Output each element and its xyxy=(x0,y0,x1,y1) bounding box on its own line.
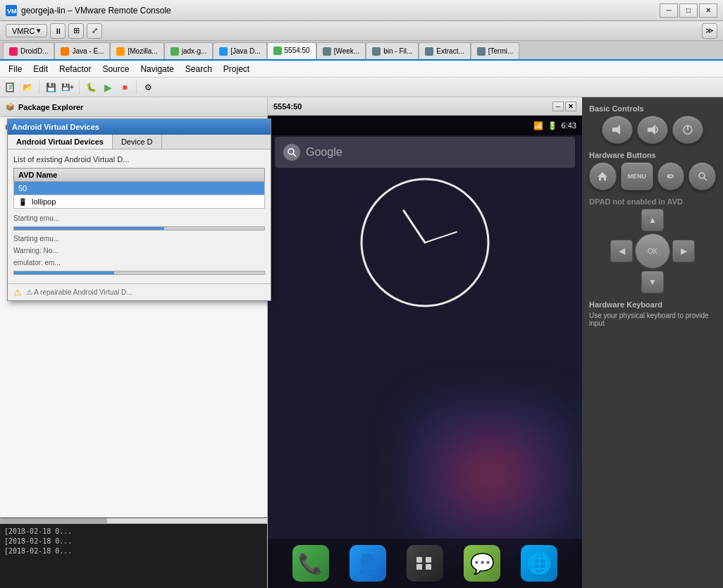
new-button[interactable] xyxy=(3,80,18,95)
battery-icon: 🔋 xyxy=(548,121,557,130)
save-all-button[interactable]: 💾+ xyxy=(60,80,75,95)
scrollbar-horizontal[interactable] xyxy=(0,518,267,524)
clock-area xyxy=(354,172,495,315)
emulator-close-btn[interactable]: ✕ xyxy=(565,102,576,111)
menu-refactor[interactable]: Refactor xyxy=(54,63,97,75)
phone-icon: 📞 xyxy=(298,552,323,575)
avd-status-1: Starting emu... xyxy=(13,214,265,222)
menu-search[interactable]: Search xyxy=(180,63,218,75)
search-hw-button[interactable] xyxy=(688,162,716,190)
dock-browser[interactable]: 🌐 xyxy=(521,545,557,582)
vmrc-icon-btn2[interactable]: ⤢ xyxy=(87,23,102,39)
save-button[interactable]: 💾 xyxy=(43,80,58,95)
vol-down-button[interactable] xyxy=(602,116,633,144)
avd-row-50[interactable]: 50 xyxy=(14,182,265,195)
apps-icon xyxy=(416,557,433,570)
svg-marker-15 xyxy=(598,172,607,180)
tab-droid[interactable]: DroidD... xyxy=(3,42,54,59)
tab-bin[interactable]: bin - Fil... xyxy=(366,42,419,59)
panel-title: Package Explorer xyxy=(18,103,83,111)
power-button[interactable] xyxy=(672,116,703,144)
avd-table: AVD Name 50 📱 lollipop xyxy=(13,168,265,209)
google-search-icon xyxy=(283,144,300,161)
browser-icon: 🌐 xyxy=(527,552,552,575)
tab-jadx[interactable]: jadx-g... xyxy=(164,42,214,59)
dock-phone[interactable]: 📞 xyxy=(292,545,329,582)
settings-button[interactable]: ⚙ xyxy=(140,80,156,95)
avd-dialog: Android Virtual Devices Android Virtual … xyxy=(7,118,271,301)
avd-title-bar: Android Virtual Devices xyxy=(8,119,271,135)
avd-tab-device-d[interactable]: Device D xyxy=(113,135,162,149)
app-icon: VM xyxy=(6,5,17,16)
dpad-right-button[interactable]: ▶ xyxy=(672,240,695,262)
phone-screen: 📶 🔋 6:43 Google xyxy=(268,116,582,588)
tab-week[interactable]: [Week... xyxy=(316,42,366,59)
menu-project[interactable]: Project xyxy=(218,63,255,75)
home-button[interactable] xyxy=(589,162,617,190)
avd-content: List of existing Android Virtual D... AV… xyxy=(8,149,271,283)
toolbar-separator-1 xyxy=(39,80,39,94)
tab-javad[interactable]: [Java D... xyxy=(213,42,266,59)
background-orb xyxy=(413,405,568,546)
minimize-button[interactable]: ─ xyxy=(660,4,678,18)
vmrc-icon-btn1[interactable]: ⊞ xyxy=(68,23,84,39)
basic-controls-section: Basic Controls xyxy=(589,104,716,144)
stop-button[interactable]: ■ xyxy=(117,80,132,95)
vmrc-toolbar: VMRC ▾ ⏸ ⊞ ⤢ ≫ xyxy=(0,21,723,41)
window-title: georgeja-lin – VMware Remote Console xyxy=(21,6,660,16)
chat-icon: 💬 xyxy=(470,552,495,575)
progress-bar-2 xyxy=(13,271,265,275)
dock-contacts[interactable]: 👤 xyxy=(350,545,386,582)
menu-file[interactable]: File xyxy=(3,63,27,75)
vmrc-menu-button[interactable]: VMRC ▾ xyxy=(6,24,47,37)
debug-button[interactable]: 🐛 xyxy=(83,80,99,95)
emulator-minimize-btn[interactable]: ─ xyxy=(552,102,564,111)
tab-java-e[interactable]: Java - E... xyxy=(54,42,110,59)
avd-footer-text: ⚠ A repairable Android Virtual D... xyxy=(26,288,132,296)
tab-termi[interactable]: [Termi... xyxy=(471,42,520,59)
svg-line-17 xyxy=(704,178,707,180)
dpad-up-button[interactable]: ▲ xyxy=(641,209,664,231)
menu-button[interactable]: MENU xyxy=(621,162,653,190)
svg-line-10 xyxy=(425,232,457,243)
back-button[interactable] xyxy=(657,162,685,190)
svg-point-16 xyxy=(699,173,705,178)
left-panel: 📦 Package Explorer ▶ 📁 Lesson1_Lab2 Andr… xyxy=(0,97,268,588)
avd-footer: ⚠ ⚠ A repairable Android Virtual D... xyxy=(8,283,271,300)
hardware-buttons-title: Hardware Buttons xyxy=(589,151,716,159)
dock-chat[interactable]: 💬 xyxy=(464,545,500,582)
dpad-left-button[interactable]: ◀ xyxy=(610,240,633,262)
android-status-bar: 📶 🔋 6:43 xyxy=(268,116,582,135)
vmrc-end-button[interactable]: ≫ xyxy=(702,23,717,39)
vol-up-button[interactable] xyxy=(637,116,668,144)
avd-tab-virtual-devices[interactable]: Android Virtual Devices xyxy=(8,135,113,149)
tab-mozilla[interactable]: [Mozilla... xyxy=(110,42,163,59)
eclipse-toolbar: 📂 💾 💾+ 🐛 ▶ ■ ⚙ xyxy=(0,78,723,97)
menu-navigate[interactable]: Navigate xyxy=(135,63,179,75)
tab-extract[interactable]: Extract... xyxy=(419,42,470,59)
log-content: [2018-02-18 0... [2018-02-18 0... [2018-… xyxy=(0,524,267,559)
controls-panel: Basic Controls xyxy=(582,97,723,588)
avd-row-lollipop[interactable]: 📱 lollipop xyxy=(14,195,265,209)
android-time: 6:43 xyxy=(562,121,576,130)
android-dock: 📞 👤 💬 🌐 xyxy=(268,539,582,588)
menu-edit[interactable]: Edit xyxy=(27,63,54,75)
log-line-1: [2018-02-18 0... xyxy=(4,527,263,537)
log-line-3: [2018-02-18 0... xyxy=(4,546,263,556)
google-search-bar[interactable]: Google xyxy=(275,137,575,168)
dpad-center-button[interactable]: OK xyxy=(635,233,670,269)
pause-button[interactable]: ⏸ xyxy=(50,23,66,39)
progress-fill-2 xyxy=(14,271,114,274)
open-button[interactable]: 📂 xyxy=(20,80,35,95)
run-button[interactable]: ▶ xyxy=(100,80,116,95)
main-area: 📦 Package Explorer ▶ 📁 Lesson1_Lab2 Andr… xyxy=(0,97,723,588)
tab-5554[interactable]: 5554:50 xyxy=(267,42,316,59)
emulator-title-text: 5554:50 xyxy=(273,102,302,111)
hardware-buttons-section: Hardware Buttons MENU xyxy=(589,151,716,190)
dock-apps[interactable] xyxy=(407,545,443,582)
dpad-down-button[interactable]: ▼ xyxy=(641,271,664,293)
maximize-button[interactable]: □ xyxy=(679,4,698,18)
close-button[interactable]: ✕ xyxy=(699,4,717,18)
menu-source[interactable]: Source xyxy=(97,63,135,75)
progress-fill-1 xyxy=(14,227,164,230)
